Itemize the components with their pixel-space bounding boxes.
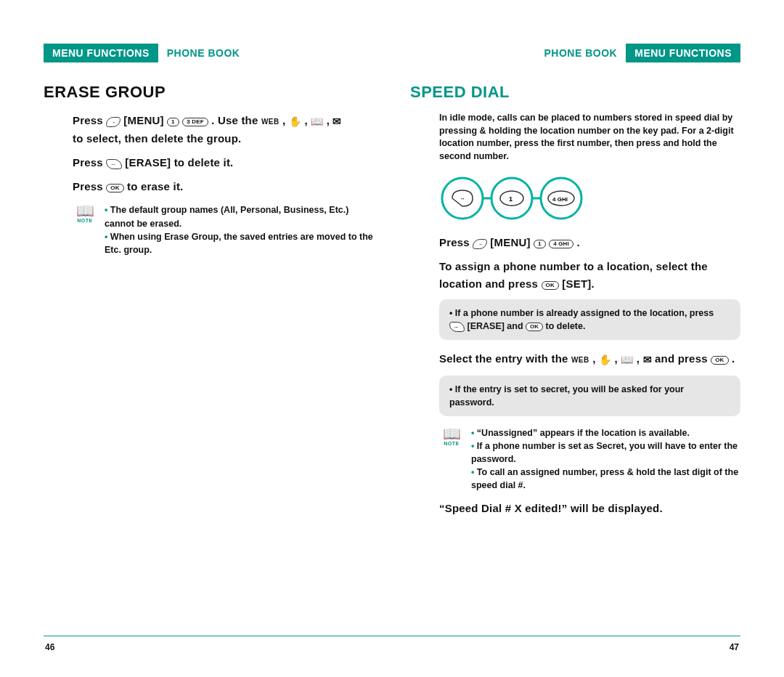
instruction-line-1: Press ·· [MENU] 1 3 DEF . Use the WEB , … (73, 112, 374, 147)
text: [ERASE] to delete it. (125, 156, 233, 169)
menu-label: [MENU] (123, 114, 163, 126)
soft-left-key-icon: ·· (106, 117, 121, 127)
header-left: MENU FUNCTIONS PHONE BOOK (44, 44, 374, 62)
text: . Use the (211, 114, 258, 126)
breadcrumb-phonebook: PHONE BOOK (544, 47, 618, 59)
envelope-icon: ✉ (332, 115, 341, 127)
box-item: If the entry is set to secret, you will … (449, 383, 730, 409)
ok-key-icon: OK (542, 281, 559, 290)
text: Press (73, 114, 103, 126)
final-message: “Speed Dial # X edited!” will be display… (439, 500, 740, 516)
note-item: When using Erase Group, the saved entrie… (105, 230, 374, 256)
box-item: If a phone number is already assigned to… (449, 307, 730, 333)
instruction-line-c: Select the entry with the WEB , ✋ , 📖 , … (439, 350, 740, 368)
note-icon: 📖NOTE (439, 426, 464, 492)
right-page: PHONE BOOK MENU FUNCTIONS SPEED DIAL In … (410, 44, 740, 559)
key-1-icon: 1 (167, 118, 179, 126)
intro-text: In idle mode, calls can be placed to num… (439, 112, 740, 163)
header-right: PHONE BOOK MENU FUNCTIONS (410, 44, 740, 62)
soft-right-key-icon: ··· (449, 322, 465, 332)
breadcrumb-phonebook: PHONE BOOK (167, 47, 240, 59)
menu-label: [MENU] (490, 236, 530, 248)
text: . (732, 352, 735, 365)
instruction-line-2: Press ··· [ERASE] to delete it. (73, 154, 374, 171)
note-icon: 📖NOTE (73, 203, 97, 256)
svg-text:1: 1 (509, 195, 513, 203)
key-sequence-diagram: ·· 1 4 GHI (439, 173, 740, 224)
text: Select the entry with the (439, 352, 568, 365)
note-block-right: 📖NOTE “Unassigned” appears if the locati… (439, 426, 740, 492)
instruction-line-b: To assign a phone number to a location, … (439, 258, 740, 292)
menu-functions-tab: MENU FUNCTIONS (44, 44, 158, 62)
key-1-icon: 1 (534, 240, 546, 248)
svg-text:··: ·· (461, 195, 464, 202)
note-item: To call an assigned number, press & hold… (471, 466, 740, 492)
note-item: If a phone number is set as Secret, you … (471, 439, 740, 466)
ok-key-icon: OK (711, 356, 728, 365)
text: Press (439, 236, 470, 248)
left-page: MENU FUNCTIONS PHONE BOOK ERASE GROUP Pr… (44, 44, 374, 559)
text: Press (73, 180, 103, 192)
soft-left-key-icon: ·· (473, 239, 487, 249)
ok-key-icon: OK (106, 184, 123, 192)
page-number-right: 47 (730, 642, 739, 652)
hand-icon: ✋ (599, 354, 611, 365)
text: to erase it. (127, 180, 183, 192)
menu-functions-tab: MENU FUNCTIONS (626, 44, 740, 62)
instruction-line-a: Press ·· [MENU] 1 4 GHI . (439, 234, 740, 251)
text: to delete. (546, 321, 586, 331)
page-number-left: 46 (45, 642, 54, 652)
note-item: The default group names (All, Personal, … (105, 203, 374, 230)
footer-rule (44, 636, 740, 636)
web-icon: WEB (571, 356, 589, 364)
envelope-icon: ✉ (643, 354, 652, 365)
text: If a phone number is already assigned to… (455, 308, 714, 318)
text: . (576, 236, 579, 248)
soft-right-key-icon: ··· (106, 159, 122, 169)
book-icon: 📖 (311, 115, 323, 127)
key-3-icon: 3 DEF (182, 118, 208, 126)
ok-key-icon: OK (526, 323, 543, 331)
web-icon: WEB (261, 118, 279, 126)
text: to select, then delete the group. (73, 132, 241, 145)
text: Press (73, 156, 103, 169)
instruction-line-3: Press OK to erase it. (73, 178, 374, 195)
section-title-speed-dial: SPEED DIAL (410, 83, 740, 102)
svg-text:4 GHI: 4 GHI (552, 196, 568, 203)
book-icon: 📖 (621, 354, 633, 365)
note-item: “Unassigned” appears if the location is … (471, 426, 740, 439)
text: and press (655, 352, 708, 365)
section-title-erase-group: ERASE GROUP (44, 83, 374, 102)
note-list: “Unassigned” appears if the location is … (471, 426, 740, 492)
note-list: The default group names (All, Personal, … (105, 203, 374, 256)
key-4-icon: 4 GHI (549, 240, 573, 248)
note-block-left: 📖NOTE The default group names (All, Pers… (73, 203, 374, 256)
hand-icon: ✋ (289, 115, 301, 127)
text: [ERASE] and (467, 321, 523, 331)
set-label: [SET]. (562, 277, 595, 290)
highlight-box-2: If the entry is set to secret, you will … (439, 376, 740, 416)
highlight-box-1: If a phone number is already assigned to… (439, 299, 740, 340)
